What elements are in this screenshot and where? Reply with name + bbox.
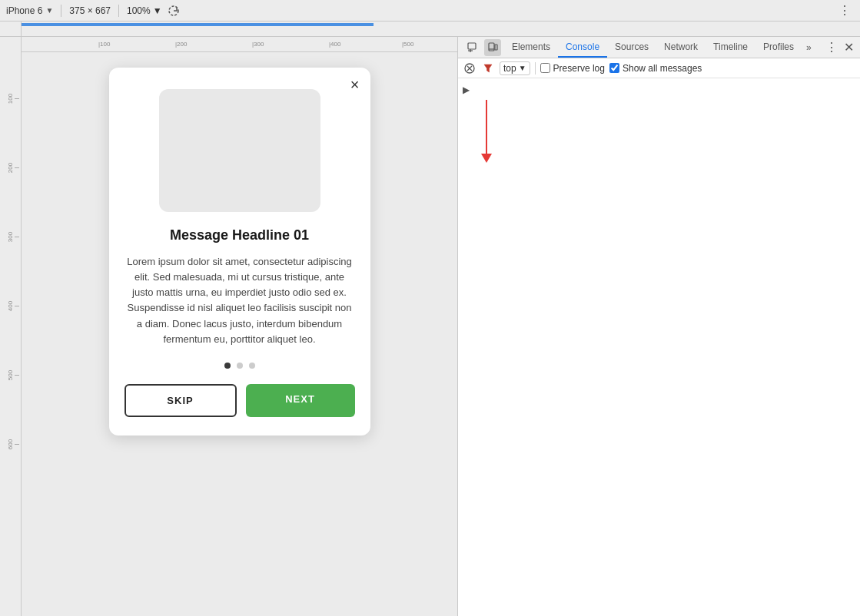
v-ruler-marks: 100 200 300 400 500 600 [0,37,21,616]
tab-console[interactable]: Console [558,37,607,58]
modal-headline: Message Headline 01 [125,227,355,243]
separator [61,5,61,17]
console-filter-button[interactable] [481,61,495,75]
svg-rect-1 [468,43,476,49]
tab-elements[interactable]: Elements [504,37,558,58]
show-all-messages-text: Show all messages [623,63,702,74]
modal-card: × Message Headline 01 Lorem ipsum dolor … [109,68,370,436]
zoom-chevron: ▼ [153,5,162,16]
toolbar-menu-dots[interactable]: ⋮ [835,3,854,18]
modal-image-placeholder [159,89,320,212]
device-chevron: ▼ [45,6,53,15]
preserve-log-checkbox-label[interactable]: Preserve log [540,63,605,74]
v-ruler-mark-400: 400 [13,306,21,306]
zoom-value: 100% [127,5,151,16]
ruler-right [22,22,860,36]
console-context-chevron: ▼ [519,64,526,72]
tab-sources[interactable]: Sources [607,37,656,58]
device-toggle-icon[interactable] [484,39,501,56]
inspect-element-icon[interactable] [464,39,481,56]
devtools-close-button[interactable]: ✕ [841,40,857,55]
v-ruler-mark-300: 300 [13,237,21,237]
dot-2 [237,363,243,369]
console-context-label: top [503,63,516,74]
v-ruler-mark-600: 600 [13,444,21,445]
tab-network[interactable]: Network [656,37,706,58]
separator [118,5,119,17]
show-all-messages-checkbox[interactable] [609,63,619,73]
horizontal-ruler-area [0,22,860,37]
phone-screen: × Message Headline 01 Lorem ipsum dolor … [22,52,457,616]
v-ruler-mark-100: 100 [13,98,21,99]
svg-marker-10 [484,65,492,72]
rotate-icon[interactable] [167,4,181,18]
devtools-tab-icons [461,39,504,56]
modal-overlay: × Message Headline 01 Lorem ipsum dolor … [22,52,457,616]
dot-1 [224,363,231,369]
preserve-log-checkbox[interactable] [540,63,550,73]
emulator-panel: 100 200 300 400 500 600 [0,37,457,616]
v-ruler-mark-200: 200 [13,167,21,168]
console-expand-arrow[interactable]: ▶ [463,84,470,95]
resolution-display: 375 × 667 [69,5,111,16]
horizontal-ruler: |100 |200 |300 |400 |500 [22,37,457,52]
v-ruler-mark-500: 500 [13,375,21,376]
modal-buttons: SKIP NEXT [125,384,355,417]
console-body: ▶ [458,78,860,616]
preserve-log-text: Preserve log [553,63,605,74]
loading-progress-bar [22,23,374,26]
dot-3 [249,363,255,369]
skip-button[interactable]: SKIP [125,384,237,417]
main-area: 100 200 300 400 500 600 [0,37,860,616]
tab-more[interactable]: » [802,39,816,56]
ruler-left-spacer [0,22,22,36]
console-separator [535,62,536,75]
console-clear-button[interactable] [463,61,476,75]
phone-area: |100 |200 |300 |400 |500 × Message Headl… [22,37,457,616]
show-all-messages-checkbox-label[interactable]: Show all messages [609,63,702,74]
red-error-arrow [481,100,492,163]
console-context-selector[interactable]: top ▼ [500,61,530,75]
next-button[interactable]: NEXT [246,384,355,417]
console-toolbar: top ▼ Preserve log Show all messages [458,58,860,78]
zoom-selector[interactable]: 100% ▼ [127,5,162,16]
modal-dots [125,363,355,369]
svg-rect-5 [495,45,497,50]
devtools-menu-dots[interactable]: ⋮ [822,40,841,55]
devtools-tabs: Elements Console Sources Network Timelin… [458,37,860,58]
red-arrow-line [486,100,487,154]
modal-close-button[interactable]: × [350,77,360,92]
device-selector[interactable]: iPhone 6 ▼ [6,5,53,16]
red-arrow-head [481,154,492,163]
tab-profiles[interactable]: Profiles [755,37,802,58]
vertical-ruler: 100 200 300 400 500 600 [0,37,22,616]
device-label: iPhone 6 [6,5,42,16]
top-toolbar: iPhone 6 ▼ 375 × 667 100% ▼ ⋮ [0,0,860,22]
devtools-panel: Elements Console Sources Network Timelin… [457,37,860,616]
modal-body-text: Lorem ipsum dolor sit amet, consectetur … [125,254,355,347]
tab-timeline[interactable]: Timeline [706,37,755,58]
